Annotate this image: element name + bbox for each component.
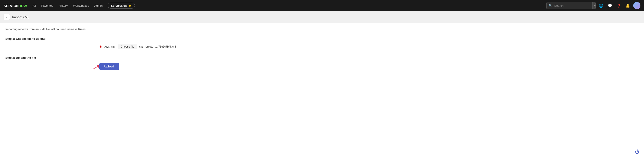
- chat-icon[interactable]: 💬: [606, 3, 614, 9]
- search-dropdown-button[interactable]: ▾: [592, 2, 596, 9]
- top-navigation: servicenow All Favorites History Workspa…: [0, 0, 644, 11]
- breadcrumb-bar: ‹ Import XML: [0, 11, 644, 23]
- instance-switcher[interactable]: ServiceNow ★: [108, 3, 135, 8]
- instance-label: ServiceNow: [111, 4, 128, 7]
- globe-icon[interactable]: 🌐: [598, 3, 604, 9]
- nav-favorites[interactable]: Favorites: [39, 3, 55, 9]
- back-button[interactable]: ‹: [4, 14, 10, 20]
- file-row: ✱ XML file Choose file sys_remote_u...73…: [99, 44, 639, 49]
- avatar[interactable]: [633, 2, 640, 9]
- file-name-display: sys_remote_u...73e5c7bf6.xml: [140, 45, 176, 48]
- logo[interactable]: servicenow: [4, 3, 27, 8]
- upload-row: Upload: [99, 63, 639, 70]
- favorite-star-icon: ★: [129, 4, 132, 7]
- nav-admin[interactable]: Admin: [92, 3, 105, 9]
- info-message: Importing records from an XML file will …: [5, 27, 639, 31]
- svg-line-1: [94, 66, 99, 69]
- notifications-icon[interactable]: 🔔: [624, 3, 632, 9]
- step1-section: Step 1: Choose file to upload ✱ XML file…: [5, 37, 639, 49]
- nav-workspaces[interactable]: Workspaces: [71, 3, 91, 9]
- help-icon[interactable]: ❓: [615, 3, 622, 9]
- step1-label: Step 1: Choose file to upload: [5, 37, 639, 40]
- main-content: Importing records from an XML file will …: [0, 23, 644, 79]
- global-search[interactable]: 🔍 ▾: [546, 2, 596, 9]
- back-chevron-icon: ‹: [6, 15, 8, 19]
- page-title: Import XML: [12, 15, 30, 19]
- nav-links: All Favorites History Workspaces Admin: [30, 3, 105, 9]
- required-indicator: ✱: [99, 45, 102, 48]
- upload-button[interactable]: Upload: [99, 63, 119, 70]
- nav-all[interactable]: All: [30, 3, 38, 9]
- nav-right-section: 🔍 ▾ 🌐 💬 ❓ 🔔: [546, 2, 640, 9]
- search-input[interactable]: [552, 3, 592, 9]
- search-icon: 🔍: [547, 4, 552, 7]
- step2-section: Step 2: Upload the file Upload: [5, 56, 639, 70]
- avatar-image: [633, 2, 640, 9]
- choose-file-button[interactable]: Choose file: [118, 44, 137, 49]
- xml-file-label: XML file: [104, 45, 114, 48]
- nav-history[interactable]: History: [56, 3, 70, 9]
- step2-label: Step 2: Upload the file: [5, 56, 639, 59]
